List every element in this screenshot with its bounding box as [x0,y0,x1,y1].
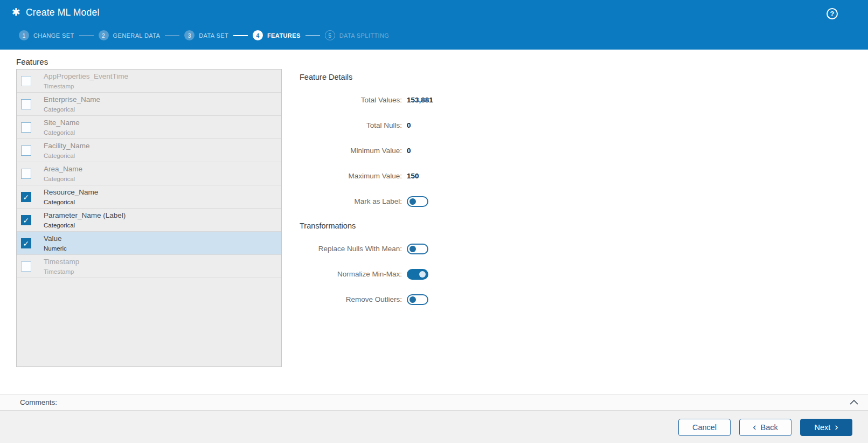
next-button[interactable]: Next › [800,419,852,436]
feature-name: Facility_Name [44,142,90,150]
toggle-label: Normalize Min-Max: [300,270,402,278]
toggle-row: Normalize Min-Max: [300,261,526,287]
step-number: 4 [253,30,263,40]
chevron-left-icon: ‹ [753,423,756,431]
title-row: ✱ Create ML Model [0,0,868,18]
feature-checkbox[interactable] [21,238,31,248]
next-button-label: Next [814,423,830,432]
feature-row[interactable]: Facility_Name Categorical [17,139,281,162]
step-change-set[interactable]: 1 CHANGE SET [19,30,74,40]
transformations-title: Transformations [300,221,526,230]
feature-name: Timestamp [44,258,79,266]
stat-row: Total Values: 153,881 [300,87,526,113]
feature-checkbox[interactable] [21,169,31,179]
feature-checkbox[interactable] [21,261,31,272]
stat-label: Total Nulls: [300,121,402,129]
feature-row[interactable]: Timestamp Timestamp [17,255,281,278]
step-data-set[interactable]: 3 DATA SET [184,30,228,40]
feature-checkbox[interactable] [21,146,31,156]
feature-row[interactable]: Resource_Name Categorical [17,185,281,209]
wizard-stepper: 1 CHANGE SET 2 GENERAL DATA 3 DATA SET 4… [19,30,389,40]
transformation-toggles: Replace Nulls With Mean: Normalize Min-M… [300,236,526,312]
feature-row[interactable]: Area_Name Categorical [17,162,281,185]
feature-name: Value [44,234,62,243]
asterisk-icon: ✱ [12,6,20,18]
stat-row: Maximum Value: 150 [300,163,526,189]
stat-row: Minimum Value: 0 [300,138,526,163]
stat-row: Total Nulls: 0 [300,113,526,138]
step-number: 5 [325,30,335,40]
toggle-label: Mark as Label: [300,197,402,205]
step-features[interactable]: 4 FEATURES [253,30,301,40]
comments-collapse-button[interactable] [849,399,859,406]
stat-value: 0 [407,121,411,129]
feature-checkbox[interactable] [21,122,31,133]
step-number: 3 [184,30,195,40]
toggle-row: Remove Outliers: [300,287,526,312]
feature-type: Numeric [44,245,67,252]
back-button-label: Back [761,423,778,432]
remove-outliers-toggle[interactable] [407,294,428,305]
step-label: FEATURES [267,32,301,39]
mark-as-label-toggle[interactable] [407,196,428,207]
stat-value: 153,881 [407,96,433,104]
feature-row[interactable]: Parameter_Name (Label) Categorical [17,209,281,232]
feature-row[interactable]: AppProperties_EventTime Timestamp [17,70,281,93]
mark-as-label-row: Mark as Label: [300,189,526,214]
feature-name: Site_Name [44,119,80,127]
step-label: DATA SPLITTING [339,32,390,39]
feature-checkbox[interactable] [21,215,31,225]
step-connector [79,35,94,36]
back-button[interactable]: ‹ Back [739,419,791,436]
comments-label: Comments: [20,398,57,406]
step-label: CHANGE SET [33,32,74,39]
feature-stats: Total Values: 153,881 Total Nulls: 0 Min… [300,87,526,214]
step-connector [233,35,248,36]
feature-name: Enterprise_Name [44,95,100,103]
create-ml-model-wizard: ✱ Create ML Model ? 1 CHANGE SET 2 GENER… [0,0,868,443]
help-button[interactable]: ? [827,8,838,19]
feature-row[interactable]: Site_Name Categorical [17,116,281,139]
feature-type: Categorical [44,129,75,136]
feature-name: Parameter_Name (Label) [44,211,126,219]
page-title: Create ML Model [26,7,100,18]
feature-details-title: Feature Details [300,73,526,81]
feature-type: Categorical [44,106,75,113]
step-general-data[interactable]: 2 GENERAL DATA [99,30,161,40]
step-connector [305,35,320,36]
feature-name: Area_Name [44,165,82,173]
comments-bar: Comments: [0,394,868,411]
feature-details-panel: Feature Details Total Values: 153,881 To… [300,73,526,312]
feature-list: AppProperties_EventTime Timestamp Enterp… [16,69,282,367]
feature-checkbox[interactable] [21,76,31,86]
stat-label: Minimum Value: [300,147,402,155]
feature-row[interactable]: Enterprise_Name Categorical [17,93,281,116]
stat-value: 0 [407,147,411,155]
feature-checkbox[interactable] [21,99,31,109]
feature-checkbox[interactable] [21,192,31,202]
features-panel-title: Features [16,57,48,66]
normalize-min-max-toggle[interactable] [407,269,428,280]
cancel-button-label: Cancel [692,423,717,432]
footer-bar: Cancel ‹ Back Next › [0,411,868,443]
feature-row[interactable]: Value Numeric [17,232,281,255]
cancel-button[interactable]: Cancel [678,419,731,436]
replace-nulls-toggle[interactable] [407,244,428,254]
step-connector [165,35,179,36]
feature-name: Resource_Name [44,188,98,196]
step-data-splitting: 5 DATA SPLITTING [325,30,390,40]
feature-name: AppProperties_EventTime [44,72,128,80]
toggle-knob [409,296,416,303]
toggle-knob [409,246,416,252]
feature-type: Categorical [44,153,75,159]
feature-type: Timestamp [44,268,74,275]
chevron-right-icon: › [835,423,838,431]
feature-type: Categorical [44,222,75,229]
toggle-row: Replace Nulls With Mean: [300,236,526,261]
step-number: 1 [19,30,29,40]
stat-label: Total Values: [300,96,402,104]
stat-value: 150 [407,172,419,180]
feature-type: Timestamp [44,83,74,89]
feature-type: Categorical [44,199,75,205]
step-label: GENERAL DATA [113,32,161,39]
